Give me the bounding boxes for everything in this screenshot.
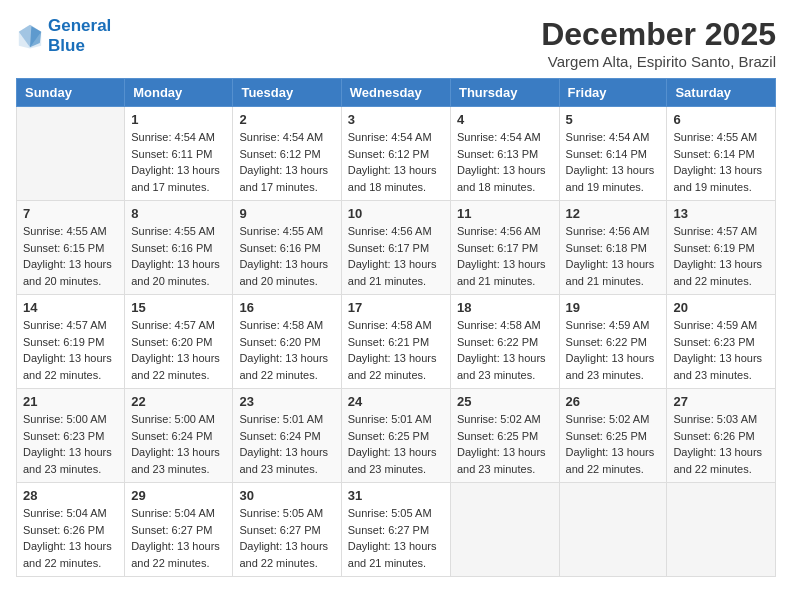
- weekday-header: Monday: [125, 79, 233, 107]
- day-number: 14: [23, 300, 118, 315]
- calendar-cell: 2Sunrise: 4:54 AM Sunset: 6:12 PM Daylig…: [233, 107, 341, 201]
- calendar-cell: 20Sunrise: 4:59 AM Sunset: 6:23 PM Dayli…: [667, 295, 776, 389]
- calendar-cell: 12Sunrise: 4:56 AM Sunset: 6:18 PM Dayli…: [559, 201, 667, 295]
- calendar-cell: 4Sunrise: 4:54 AM Sunset: 6:13 PM Daylig…: [450, 107, 559, 201]
- calendar-week-row: 14Sunrise: 4:57 AM Sunset: 6:19 PM Dayli…: [17, 295, 776, 389]
- day-number: 7: [23, 206, 118, 221]
- cell-content: Sunrise: 5:04 AM Sunset: 6:26 PM Dayligh…: [23, 505, 118, 571]
- day-number: 9: [239, 206, 334, 221]
- day-number: 13: [673, 206, 769, 221]
- day-number: 6: [673, 112, 769, 127]
- day-number: 11: [457, 206, 553, 221]
- day-number: 18: [457, 300, 553, 315]
- cell-content: Sunrise: 4:56 AM Sunset: 6:18 PM Dayligh…: [566, 223, 661, 289]
- cell-content: Sunrise: 4:55 AM Sunset: 6:16 PM Dayligh…: [131, 223, 226, 289]
- calendar-cell: 21Sunrise: 5:00 AM Sunset: 6:23 PM Dayli…: [17, 389, 125, 483]
- calendar-cell: 6Sunrise: 4:55 AM Sunset: 6:14 PM Daylig…: [667, 107, 776, 201]
- cell-content: Sunrise: 4:56 AM Sunset: 6:17 PM Dayligh…: [457, 223, 553, 289]
- cell-content: Sunrise: 4:57 AM Sunset: 6:20 PM Dayligh…: [131, 317, 226, 383]
- cell-content: Sunrise: 4:57 AM Sunset: 6:19 PM Dayligh…: [23, 317, 118, 383]
- cell-content: Sunrise: 5:02 AM Sunset: 6:25 PM Dayligh…: [457, 411, 553, 477]
- calendar-cell: 14Sunrise: 4:57 AM Sunset: 6:19 PM Dayli…: [17, 295, 125, 389]
- calendar-cell: 28Sunrise: 5:04 AM Sunset: 6:26 PM Dayli…: [17, 483, 125, 577]
- calendar-cell: 30Sunrise: 5:05 AM Sunset: 6:27 PM Dayli…: [233, 483, 341, 577]
- location-title: Vargem Alta, Espirito Santo, Brazil: [541, 53, 776, 70]
- weekday-header: Friday: [559, 79, 667, 107]
- day-number: 25: [457, 394, 553, 409]
- cell-content: Sunrise: 5:01 AM Sunset: 6:25 PM Dayligh…: [348, 411, 444, 477]
- day-number: 17: [348, 300, 444, 315]
- calendar-cell: 25Sunrise: 5:02 AM Sunset: 6:25 PM Dayli…: [450, 389, 559, 483]
- cell-content: Sunrise: 5:05 AM Sunset: 6:27 PM Dayligh…: [239, 505, 334, 571]
- weekday-header: Tuesday: [233, 79, 341, 107]
- calendar-table: SundayMondayTuesdayWednesdayThursdayFrid…: [16, 78, 776, 577]
- cell-content: Sunrise: 4:58 AM Sunset: 6:22 PM Dayligh…: [457, 317, 553, 383]
- weekday-header: Saturday: [667, 79, 776, 107]
- day-number: 8: [131, 206, 226, 221]
- cell-content: Sunrise: 4:54 AM Sunset: 6:12 PM Dayligh…: [348, 129, 444, 195]
- day-number: 22: [131, 394, 226, 409]
- day-number: 28: [23, 488, 118, 503]
- cell-content: Sunrise: 4:58 AM Sunset: 6:20 PM Dayligh…: [239, 317, 334, 383]
- calendar-cell: 26Sunrise: 5:02 AM Sunset: 6:25 PM Dayli…: [559, 389, 667, 483]
- cell-content: Sunrise: 5:01 AM Sunset: 6:24 PM Dayligh…: [239, 411, 334, 477]
- calendar-cell: 8Sunrise: 4:55 AM Sunset: 6:16 PM Daylig…: [125, 201, 233, 295]
- cell-content: Sunrise: 4:55 AM Sunset: 6:16 PM Dayligh…: [239, 223, 334, 289]
- day-number: 30: [239, 488, 334, 503]
- page-header: General Blue December 2025 Vargem Alta, …: [16, 16, 776, 70]
- day-number: 27: [673, 394, 769, 409]
- calendar-cell: [559, 483, 667, 577]
- weekday-header: Thursday: [450, 79, 559, 107]
- cell-content: Sunrise: 5:02 AM Sunset: 6:25 PM Dayligh…: [566, 411, 661, 477]
- calendar-cell: 18Sunrise: 4:58 AM Sunset: 6:22 PM Dayli…: [450, 295, 559, 389]
- calendar-cell: 17Sunrise: 4:58 AM Sunset: 6:21 PM Dayli…: [341, 295, 450, 389]
- calendar-cell: 3Sunrise: 4:54 AM Sunset: 6:12 PM Daylig…: [341, 107, 450, 201]
- calendar-cell: [667, 483, 776, 577]
- calendar-cell: [17, 107, 125, 201]
- day-number: 29: [131, 488, 226, 503]
- day-number: 4: [457, 112, 553, 127]
- cell-content: Sunrise: 4:54 AM Sunset: 6:13 PM Dayligh…: [457, 129, 553, 195]
- day-number: 24: [348, 394, 444, 409]
- calendar-cell: 9Sunrise: 4:55 AM Sunset: 6:16 PM Daylig…: [233, 201, 341, 295]
- calendar-cell: 19Sunrise: 4:59 AM Sunset: 6:22 PM Dayli…: [559, 295, 667, 389]
- cell-content: Sunrise: 5:04 AM Sunset: 6:27 PM Dayligh…: [131, 505, 226, 571]
- day-number: 15: [131, 300, 226, 315]
- month-title: December 2025: [541, 16, 776, 53]
- calendar-cell: 11Sunrise: 4:56 AM Sunset: 6:17 PM Dayli…: [450, 201, 559, 295]
- cell-content: Sunrise: 5:00 AM Sunset: 6:24 PM Dayligh…: [131, 411, 226, 477]
- day-number: 16: [239, 300, 334, 315]
- cell-content: Sunrise: 4:55 AM Sunset: 6:15 PM Dayligh…: [23, 223, 118, 289]
- day-number: 10: [348, 206, 444, 221]
- day-number: 19: [566, 300, 661, 315]
- calendar-cell: 29Sunrise: 5:04 AM Sunset: 6:27 PM Dayli…: [125, 483, 233, 577]
- logo-text: General Blue: [48, 16, 111, 56]
- day-number: 1: [131, 112, 226, 127]
- day-number: 26: [566, 394, 661, 409]
- cell-content: Sunrise: 5:03 AM Sunset: 6:26 PM Dayligh…: [673, 411, 769, 477]
- cell-content: Sunrise: 5:00 AM Sunset: 6:23 PM Dayligh…: [23, 411, 118, 477]
- cell-content: Sunrise: 4:58 AM Sunset: 6:21 PM Dayligh…: [348, 317, 444, 383]
- logo-icon: [16, 22, 44, 50]
- day-number: 3: [348, 112, 444, 127]
- calendar-header-row: SundayMondayTuesdayWednesdayThursdayFrid…: [17, 79, 776, 107]
- day-number: 21: [23, 394, 118, 409]
- calendar-cell: 22Sunrise: 5:00 AM Sunset: 6:24 PM Dayli…: [125, 389, 233, 483]
- logo: General Blue: [16, 16, 111, 56]
- calendar-cell: 10Sunrise: 4:56 AM Sunset: 6:17 PM Dayli…: [341, 201, 450, 295]
- calendar-cell: 16Sunrise: 4:58 AM Sunset: 6:20 PM Dayli…: [233, 295, 341, 389]
- weekday-header: Wednesday: [341, 79, 450, 107]
- cell-content: Sunrise: 4:55 AM Sunset: 6:14 PM Dayligh…: [673, 129, 769, 195]
- calendar-week-row: 1Sunrise: 4:54 AM Sunset: 6:11 PM Daylig…: [17, 107, 776, 201]
- calendar-cell: [450, 483, 559, 577]
- calendar-week-row: 7Sunrise: 4:55 AM Sunset: 6:15 PM Daylig…: [17, 201, 776, 295]
- calendar-cell: 1Sunrise: 4:54 AM Sunset: 6:11 PM Daylig…: [125, 107, 233, 201]
- calendar-week-row: 21Sunrise: 5:00 AM Sunset: 6:23 PM Dayli…: [17, 389, 776, 483]
- cell-content: Sunrise: 4:54 AM Sunset: 6:12 PM Dayligh…: [239, 129, 334, 195]
- calendar-cell: 31Sunrise: 5:05 AM Sunset: 6:27 PM Dayli…: [341, 483, 450, 577]
- cell-content: Sunrise: 4:54 AM Sunset: 6:11 PM Dayligh…: [131, 129, 226, 195]
- title-area: December 2025 Vargem Alta, Espirito Sant…: [541, 16, 776, 70]
- calendar-week-row: 28Sunrise: 5:04 AM Sunset: 6:26 PM Dayli…: [17, 483, 776, 577]
- calendar-cell: 27Sunrise: 5:03 AM Sunset: 6:26 PM Dayli…: [667, 389, 776, 483]
- cell-content: Sunrise: 4:59 AM Sunset: 6:23 PM Dayligh…: [673, 317, 769, 383]
